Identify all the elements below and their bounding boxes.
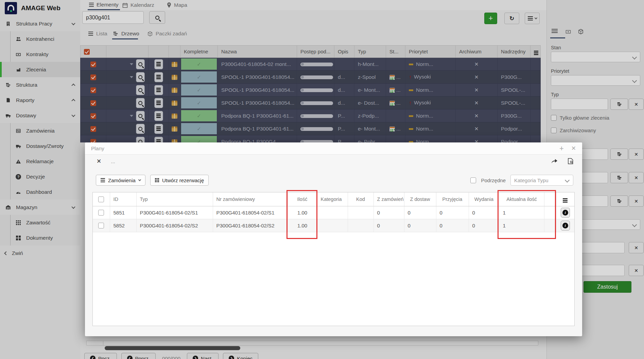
- dialog-toolbar: Zamówienia Utwórz rezerwację Podrzędne K…: [85, 174, 582, 186]
- plan-typ: P300G401-618054-02/S2: [136, 219, 213, 232]
- plan-nr: P300G401-618054-02/S1: [213, 206, 288, 219]
- chevron-down-icon: [138, 178, 141, 181]
- row-checkbox[interactable]: [98, 223, 104, 228]
- plan-id: 5851: [110, 206, 136, 219]
- info-button[interactable]: i: [561, 221, 570, 230]
- dialog-tools-row: ✕ ...: [85, 156, 582, 166]
- plan-z-zamowien: 0: [373, 219, 404, 232]
- info-icon: i: [562, 223, 568, 228]
- plan-z-zamowien: 0: [373, 206, 404, 219]
- plan-wydania: 0: [469, 206, 499, 219]
- col-header-nr[interactable]: Nr zamówieniowy: [213, 192, 288, 206]
- plany-dialog: Plany + ✕ ✕ ... Zamówienia Utwórz rezerw…: [85, 142, 582, 336]
- col-header-wydania[interactable]: Wydania: [469, 192, 499, 206]
- plan-przyjecia: 0: [436, 206, 469, 219]
- plan-id: 5852: [110, 219, 136, 232]
- plans-table: ID Typ Nr zamówieniowy Ilość Kategoria K…: [92, 192, 575, 326]
- select-all-checkbox[interactable]: [98, 196, 104, 202]
- plan-kategoria: [317, 219, 348, 232]
- col-header-kategoria[interactable]: Kategoria: [317, 192, 348, 206]
- plan-nr: P300G401-618054-02/S2: [213, 219, 288, 232]
- columns-menu-button[interactable]: [556, 192, 574, 206]
- plan-przyjecia: 0: [436, 219, 469, 232]
- plan-z-dostaw: 0: [404, 219, 436, 232]
- plan-kategoria: [317, 206, 348, 219]
- maximize-icon[interactable]: +: [559, 144, 564, 153]
- col-header-przyjecia[interactable]: Przyjęcia: [436, 192, 469, 206]
- kategoria-typu-select[interactable]: Kategoria Typu: [510, 175, 573, 186]
- create-reservation-button[interactable]: Utwórz rezerwację: [150, 175, 209, 186]
- share-icon[interactable]: [551, 158, 558, 164]
- plan-kod: [348, 219, 373, 232]
- plan-aktualna: 1: [499, 219, 544, 232]
- hamburger-icon: [101, 180, 105, 181]
- col-header-id[interactable]: ID: [110, 192, 136, 206]
- plan-kod: [348, 206, 373, 219]
- info-icon: i: [562, 210, 568, 216]
- dialog-title: Plany: [91, 146, 559, 152]
- col-header-typ[interactable]: Typ: [136, 192, 213, 206]
- hamburger-icon: [563, 200, 568, 201]
- close-selection-button[interactable]: ✕: [97, 158, 101, 165]
- close-dialog-icon[interactable]: ✕: [571, 145, 576, 152]
- plans-header-row: ID Typ Nr zamówieniowy Ilość Kategoria K…: [93, 192, 574, 206]
- plan-typ: P300G401-618054-02/S1: [136, 206, 213, 219]
- button-label: Zamówienia: [108, 177, 136, 183]
- export-document-icon[interactable]: [568, 158, 573, 164]
- dialog-titlebar: Plany + ✕: [85, 142, 582, 155]
- plan-wydania: 0: [469, 219, 499, 232]
- col-header-kod[interactable]: Kod: [348, 192, 373, 206]
- button-label: Utwórz rezerwację: [162, 177, 204, 183]
- plan-row[interactable]: 5852 P300G401-618054-02/S2 P300G401-6180…: [93, 219, 574, 232]
- plan-ilosc: 1.00: [288, 219, 317, 232]
- podrzedne-checkbox[interactable]: [470, 177, 476, 183]
- col-header-ilosc[interactable]: Ilość: [288, 192, 317, 206]
- plan-z-dostaw: 0: [404, 206, 436, 219]
- podrzedne-label: Podrzędne: [481, 177, 506, 183]
- info-button[interactable]: i: [561, 208, 570, 218]
- col-header-aktualna[interactable]: Aktualna ilość: [499, 192, 544, 206]
- grid-dots-icon: [155, 178, 159, 182]
- plan-aktualna: 1: [499, 206, 544, 219]
- col-header-z-zamowien[interactable]: Z zamówień: [373, 192, 404, 206]
- selection-info: ...: [111, 158, 115, 164]
- zamowienia-dropdown-button[interactable]: Zamówienia: [96, 175, 145, 186]
- plan-ilosc: 1.00: [288, 206, 317, 219]
- plan-row[interactable]: 5851 P300G401-618054-02/S1 P300G401-6180…: [93, 206, 574, 219]
- select-value: Kategoria Typu: [514, 177, 549, 183]
- col-header-z-dostaw[interactable]: Z dostaw: [404, 192, 436, 206]
- row-checkbox[interactable]: [98, 210, 104, 216]
